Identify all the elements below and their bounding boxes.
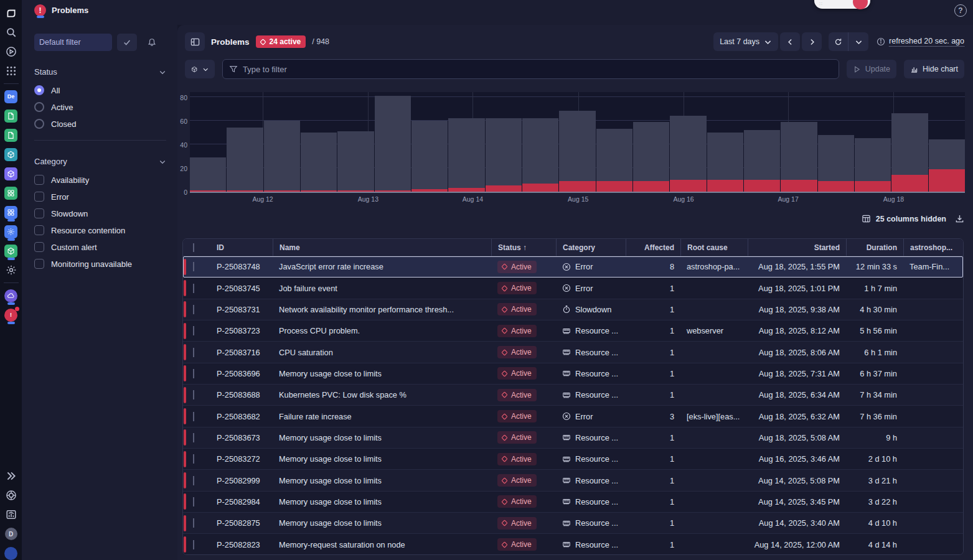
row-checkbox[interactable] (193, 540, 194, 549)
dashboards-app-icon[interactable] (4, 205, 18, 219)
services-app-icon[interactable] (4, 167, 18, 180)
stacked-bar[interactable] (633, 122, 669, 192)
alerting-bell-button[interactable] (142, 34, 162, 51)
app-launcher-icon[interactable] (4, 64, 18, 78)
checkbox-unchecked[interactable] (34, 175, 44, 185)
stacked-bar[interactable] (707, 133, 743, 192)
table-row[interactable]: P-25083723Process CPU problem.ActiveReso… (183, 320, 963, 342)
column-header-Affected[interactable]: Affected (626, 239, 680, 256)
search-icon[interactable] (4, 26, 18, 39)
help-icon[interactable]: ? (954, 4, 967, 17)
status-option-all[interactable]: All (34, 85, 166, 95)
stacked-bar[interactable] (559, 111, 595, 192)
download-icon[interactable] (955, 214, 964, 223)
table-row[interactable]: P-25083682Failure rate increaseActiveErr… (183, 406, 963, 427)
table-row[interactable]: P-25083731Network availability monitor p… (183, 299, 963, 320)
column-header-Category[interactable]: Category (556, 239, 626, 256)
hide-chart-button[interactable]: Hide chart (904, 60, 964, 78)
stacked-bar[interactable] (670, 116, 706, 192)
stacked-bar[interactable] (264, 121, 300, 192)
column-header-ID[interactable]: ID (210, 243, 273, 252)
usage-summary-icon[interactable] (4, 508, 18, 521)
status-option-active[interactable]: Active (34, 102, 166, 112)
table-row[interactable]: P-25083696Memory usage close to limitsAc… (183, 363, 963, 385)
row-checkbox[interactable] (193, 476, 194, 485)
stacked-bar[interactable] (486, 118, 522, 192)
teams-app-icon[interactable] (4, 186, 18, 200)
stacked-bar[interactable] (337, 131, 374, 192)
notebooks-app-icon[interactable] (4, 109, 18, 123)
radio-selected[interactable] (34, 85, 44, 95)
type-to-filter-input[interactable] (243, 65, 832, 74)
checkbox-unchecked[interactable] (34, 208, 44, 218)
collapse-sidebar-button[interactable] (185, 32, 205, 51)
row-checkbox[interactable] (193, 454, 194, 464)
radio-unselected[interactable] (34, 119, 44, 129)
active-count-badge[interactable]: 24 active (256, 35, 306, 48)
category-option-resource-contention[interactable]: Resource contention (34, 225, 166, 235)
table-row[interactable]: P-25082823Memory-request saturation on n… (183, 534, 963, 555)
table-row[interactable]: P-25083272Memory usage close to limitsAc… (183, 449, 963, 470)
category-option-monitoring-unavailable[interactable]: Monitoring unavailable (34, 259, 166, 269)
time-range-button[interactable]: Last 7 days (713, 32, 778, 51)
stacked-bar[interactable] (891, 113, 928, 192)
checkbox-unchecked[interactable] (34, 225, 44, 235)
table-row[interactable]: P-25082999Memory usage close to limitsAc… (183, 470, 963, 491)
stacked-bar[interactable] (190, 157, 226, 192)
column-header-Status[interactable]: Status ↑ (491, 239, 556, 256)
radio-unselected[interactable] (34, 102, 44, 112)
category-option-availability[interactable]: Availability (34, 175, 166, 185)
dem-app-icon[interactable]: De (4, 90, 18, 103)
table-row[interactable]: P-25083673Memory usage close to limitsAc… (183, 427, 963, 449)
table-row[interactable]: P-25083688Kubernetes PVC: Low disk space… (183, 385, 963, 406)
stacked-bar[interactable] (375, 96, 411, 192)
category-option-custom-alert[interactable]: Custom alert (34, 242, 166, 252)
stacked-bar[interactable] (522, 118, 558, 192)
refresh-options-button[interactable] (848, 32, 868, 51)
bottom-partial-icon[interactable] (4, 546, 18, 560)
column-header-Started[interactable]: Started (748, 239, 846, 256)
row-checkbox[interactable] (193, 497, 194, 506)
playback-icon[interactable] (4, 45, 18, 58)
status-section-header[interactable]: Status (34, 67, 166, 77)
row-checkbox[interactable] (193, 433, 194, 442)
checkbox-unchecked[interactable] (34, 192, 44, 202)
apply-filter-button[interactable] (117, 34, 137, 51)
row-checkbox[interactable] (193, 369, 194, 378)
row-checkbox[interactable] (193, 262, 194, 271)
stacked-bar[interactable] (448, 118, 484, 192)
collapse-rail-icon[interactable] (4, 469, 18, 483)
stacked-bar[interactable] (855, 138, 891, 192)
row-checkbox[interactable] (193, 412, 194, 421)
select-all-checkbox[interactable] (193, 243, 194, 252)
refreshed-label[interactable]: refreshed 20 sec. ago (889, 37, 964, 47)
stacked-bar[interactable] (227, 128, 263, 192)
checkbox-unchecked[interactable] (34, 242, 44, 252)
stacked-bar[interactable] (411, 121, 448, 192)
table-row[interactable]: P-25082875Memory usage close to limitsAc… (183, 513, 963, 534)
table-row[interactable]: P-25083745Job failure eventActiveError1A… (183, 278, 963, 299)
row-checkbox[interactable] (193, 390, 194, 399)
stacked-bar[interactable] (929, 139, 965, 192)
category-option-error[interactable]: Error (34, 192, 166, 202)
category-section-header[interactable]: Category (34, 157, 166, 166)
row-checkbox[interactable] (193, 305, 194, 314)
time-back-button[interactable] (780, 32, 800, 51)
column-header-Duration[interactable]: Duration (846, 239, 903, 256)
status-option-closed[interactable]: Closed (34, 119, 166, 129)
time-forward-button[interactable] (802, 32, 822, 51)
hidden-columns-button[interactable]: 25 columns hidden (862, 214, 946, 223)
problems-app-icon[interactable]: ! (4, 308, 18, 322)
stacked-bar[interactable] (781, 122, 817, 192)
chart-plot-area[interactable] (190, 92, 965, 192)
row-checkbox[interactable] (193, 326, 194, 335)
column-header-Name[interactable]: Name (273, 239, 491, 256)
stacked-bar[interactable] (301, 133, 337, 192)
update-button[interactable]: Update (847, 60, 896, 78)
stacked-bar[interactable] (818, 135, 854, 192)
launchpads-app-icon[interactable] (4, 128, 18, 142)
stacked-bar[interactable] (744, 130, 780, 192)
help-hub-icon[interactable] (4, 488, 18, 502)
entity-scope-button[interactable] (185, 60, 215, 78)
table-row[interactable]: P-25083748JavaScript error rate increase… (183, 256, 963, 278)
